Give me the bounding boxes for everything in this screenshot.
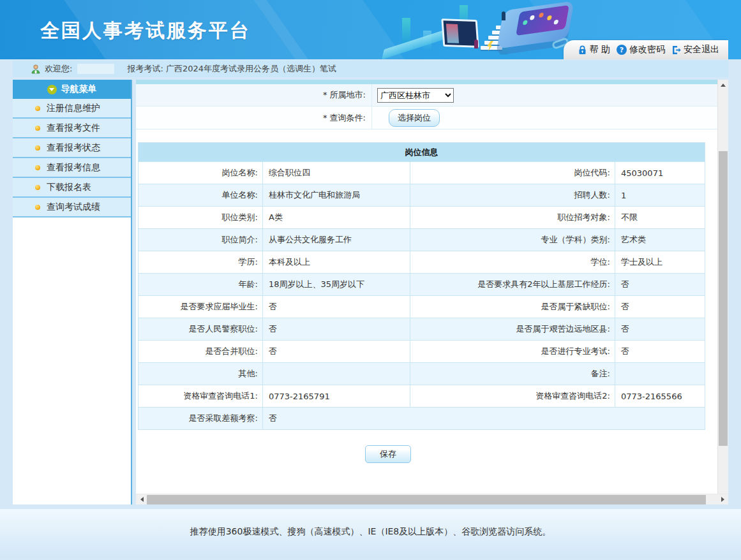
field-label: 学位: <box>410 251 615 274</box>
sidebar: 导航菜单 注册信息维护查看报考文件查看报考状态查看报考信息下载报名表查询考试成绩 <box>13 80 132 505</box>
table-row: 资格审查咨询电话1:0773-2165791资格审查咨询电话2:0773-216… <box>138 385 705 408</box>
save-button-row: 保存 <box>136 445 640 463</box>
field-label: 年龄: <box>138 274 263 296</box>
footer: 推荐使用360极速模式、搜狗（高速模式）、IE（IE8及以上版本）、谷歌浏览器访… <box>0 509 741 559</box>
field-label: 招聘人数: <box>410 184 615 207</box>
field-value <box>615 363 705 385</box>
field-value: A类 <box>263 207 410 229</box>
save-button[interactable]: 保存 <box>365 445 411 463</box>
spacer <box>136 129 717 142</box>
scroll-right-arrow-icon[interactable] <box>717 494 728 505</box>
field-label: 是否人民警察职位: <box>138 318 263 341</box>
field-label: 学历: <box>138 251 263 274</box>
sidebar-item[interactable]: 查询考试成绩 <box>13 198 131 217</box>
logout-label: 安全退出 <box>684 44 719 55</box>
field-label: 岗位名称: <box>138 162 263 184</box>
sidebar-item[interactable]: 查看报考文件 <box>13 119 131 138</box>
table-row: 岗位名称:综合职位四岗位代码:45030071 <box>138 162 705 184</box>
field-value: 否 <box>263 408 705 430</box>
field-value: 否 <box>263 296 410 318</box>
field-value: 否 <box>615 318 705 341</box>
field-label: 是否属于紧缺职位: <box>410 296 615 318</box>
field-value: 18周岁以上、35周岁以下 <box>263 274 410 296</box>
field-value: 否 <box>615 341 705 363</box>
criteria-form-row: * 查询条件: 选择岗位 <box>136 107 717 129</box>
lock-icon <box>578 45 587 55</box>
vertical-scrollbar-thumb[interactable] <box>719 151 728 446</box>
city-label: * 所属地市: <box>136 84 372 106</box>
field-label: 专业（学科）类别: <box>410 229 615 251</box>
horizontal-scrollbar[interactable] <box>136 494 728 505</box>
change-password-button[interactable]: ? 修改密码 <box>617 44 665 55</box>
browser-recommendation-text: 推荐使用360极速模式、搜狗（高速模式）、IE（IE8及以上版本）、谷歌浏览器访… <box>190 526 551 536</box>
greeting-label: 欢迎您: <box>45 63 72 75</box>
scroll-up-arrow-icon[interactable] <box>718 80 728 91</box>
header: 全国人事考试服务平台 帮 助 ? 修改密码 安全退出 <box>0 0 741 59</box>
field-value: 否 <box>615 296 705 318</box>
sidebar-item[interactable]: 查看报考状态 <box>13 138 131 158</box>
field-value: 45030071 <box>615 162 705 184</box>
field-label: 其他: <box>138 363 263 385</box>
field-label: 单位名称: <box>138 184 263 207</box>
scroll-left-arrow-icon[interactable] <box>136 494 147 505</box>
select-post-button[interactable]: 选择岗位 <box>389 109 440 127</box>
table-row: 其他:备注: <box>138 363 705 385</box>
user-avatar-icon <box>31 64 41 74</box>
sidebar-menu: 注册信息维护查看报考文件查看报考状态查看报考信息下载报名表查询考试成绩 <box>13 99 131 217</box>
field-value: 本科及以上 <box>263 251 410 274</box>
sidebar-item-label: 下载报名表 <box>47 182 91 193</box>
welcome-bar: 欢迎您: 报考考试: 广西2024年度考试录用公务员（选调生）笔试 <box>13 61 728 77</box>
header-illustration <box>393 0 590 59</box>
nav-menu-header[interactable]: 导航菜单 <box>13 80 131 99</box>
city-form-row: * 所属地市: 广西区桂林市 <box>136 84 717 107</box>
bullet-icon <box>35 165 40 170</box>
field-label: 资格审查咨询电话2: <box>410 385 615 408</box>
sidebar-item-label: 注册信息维护 <box>47 103 100 114</box>
city-select[interactable]: 广西区桂林市 <box>377 88 454 103</box>
field-value: 0773-2165566 <box>615 385 705 408</box>
top-strip <box>136 80 717 84</box>
field-label: 是否合并职位: <box>138 341 263 363</box>
user-name-redacted <box>77 64 114 74</box>
horizontal-scrollbar-thumb[interactable] <box>147 495 706 505</box>
criteria-label: * 查询条件: <box>136 107 372 129</box>
table-row: 是否合并职位:否是否进行专业考试:否 <box>138 341 705 363</box>
table-row: 职位类别:A类职位招考对象:不限 <box>138 207 705 229</box>
field-label: 职位简介: <box>138 229 263 251</box>
field-label: 职位类别: <box>138 207 263 229</box>
chevron-down-icon <box>47 85 57 94</box>
sidebar-item-label: 查看报考状态 <box>47 142 100 154</box>
question-icon: ? <box>617 45 627 55</box>
table-row: 年龄:18周岁以上、35周岁以下是否要求具有2年以上基层工作经历:否 <box>138 274 705 296</box>
table-row: 单位名称:桂林市文化广电和旅游局招聘人数:1 <box>138 184 705 207</box>
field-label: 是否采取差额考察: <box>138 408 263 430</box>
main-content: * 所属地市: 广西区桂林市 * 查询条件: 选择岗位 <box>136 80 728 505</box>
field-value: 学士及以上 <box>615 251 705 274</box>
exam-label: 报考考试: 广西2024年度考试录用公务员（选调生）笔试 <box>127 63 336 75</box>
sidebar-item-label: 查询考试成绩 <box>47 202 100 213</box>
field-value: 0773-2165791 <box>263 385 410 408</box>
field-value: 艺术类 <box>615 229 705 251</box>
change-password-label: 修改密码 <box>629 44 665 55</box>
logout-button[interactable]: 安全退出 <box>671 44 719 55</box>
table-row: 职位简介:从事公共文化服务工作专业（学科）类别:艺术类 <box>138 229 705 251</box>
page-title: 全国人事考试服务平台 <box>40 18 251 44</box>
sidebar-item[interactable]: 下载报名表 <box>13 178 131 198</box>
help-button[interactable]: 帮 助 <box>578 44 610 55</box>
table-row: 是否要求应届毕业生:否是否属于紧缺职位:否 <box>138 296 705 318</box>
field-label: 是否属于艰苦边远地区县: <box>410 318 615 341</box>
field-label: 是否要求具有2年以上基层工作经历: <box>410 274 615 296</box>
field-value: 否 <box>615 274 705 296</box>
post-info-title: 岗位信息 <box>138 143 705 162</box>
bullet-icon <box>35 145 40 151</box>
field-value: 不限 <box>615 207 705 229</box>
vertical-scrollbar[interactable] <box>717 80 728 494</box>
field-value: 1 <box>615 184 705 207</box>
field-value: 综合职位四 <box>263 162 410 184</box>
table-row: 是否采取差额考察:否 <box>138 408 705 430</box>
sidebar-item[interactable]: 查看报考信息 <box>13 158 131 178</box>
sidebar-item[interactable]: 注册信息维护 <box>13 99 131 119</box>
field-value: 桂林市文化广电和旅游局 <box>263 184 410 207</box>
sidebar-item-label: 查看报考文件 <box>47 122 100 134</box>
nav-menu-title: 导航菜单 <box>61 84 97 95</box>
